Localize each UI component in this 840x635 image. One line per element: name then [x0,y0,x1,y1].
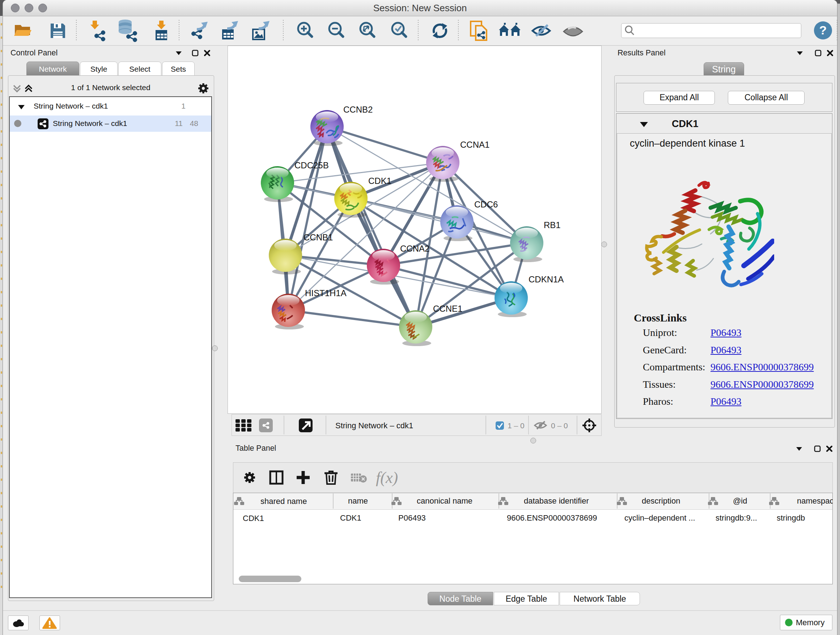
svg-text:1 – 0: 1 – 0 [508,421,524,430]
svg-text:CCNE1: CCNE1 [433,304,462,314]
svg-text:name: name [348,496,368,505]
svg-text:CCNA1: CCNA1 [460,140,489,149]
svg-text:stringdb: stringdb [777,513,805,523]
svg-text:CDK1: CDK1 [340,513,362,523]
svg-text:CDC6: CDC6 [474,200,498,209]
svg-text:database identifier: database identifier [524,496,589,505]
svg-text:0 – 0: 0 – 0 [551,421,568,430]
svg-text:CDC25B: CDC25B [294,160,329,170]
svg-text:stringdb:9...: stringdb:9... [715,513,757,523]
svg-text:P06493: P06493 [398,513,426,523]
svg-text:CDK1: CDK1 [368,176,392,186]
svg-text:@id: @id [733,496,747,505]
svg-text:canonical name: canonical name [417,496,472,505]
svg-text:CDKN1A: CDKN1A [529,274,564,284]
svg-text:RB1: RB1 [544,220,561,230]
svg-text:?: ? [819,23,827,37]
svg-text:shared name: shared name [261,497,307,506]
svg-text:9606.ENSP00000378699: 9606.ENSP00000378699 [507,513,597,523]
svg-text:CDK1: CDK1 [243,514,264,523]
svg-text:description: description [642,496,680,505]
svg-text:namespac: namespac [797,496,833,505]
svg-text:HIST1H1A: HIST1H1A [305,288,347,298]
svg-text:cyclin–dependent ...: cyclin–dependent ... [624,513,695,523]
svg-text:CCNA2: CCNA2 [400,244,429,253]
svg-text:f(x): f(x) [376,469,398,486]
svg-text:CCNB1: CCNB1 [303,233,333,242]
svg-text:CCNB2: CCNB2 [343,105,373,114]
svg-text:String Network – cdk1: String Network – cdk1 [335,421,413,430]
